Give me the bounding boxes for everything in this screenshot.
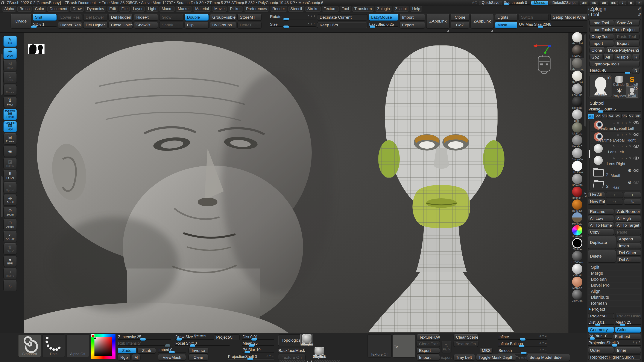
contrast-icon[interactable]: ◑: [625, 156, 627, 160]
smooth-slider[interactable]: Smooth x y z: [498, 348, 548, 355]
axis-gizmo-icon[interactable]: [532, 44, 552, 55]
dock-tool-button[interactable]: ⠿ Pt Sel: [4, 170, 17, 181]
contrast-icon[interactable]: ◑: [625, 121, 627, 125]
slider-handle[interactable]: [504, 3, 509, 5]
dock-tool-button[interactable]: Line Fill ▦ PolyF: [4, 121, 17, 132]
material-swatch[interactable]: NormalR: [570, 225, 584, 238]
material-swatch[interactable]: MatCap: [570, 277, 584, 290]
texture-on-button[interactable]: Texture On: [278, 355, 306, 360]
imbed-slider[interactable]: Imbed 0: [158, 347, 186, 354]
dock-tool-button[interactable]: ✜ Scroll: [4, 195, 17, 206]
visibility-tab[interactable]: V4: [608, 114, 614, 119]
scroll-down-icon[interactable]: ▼: [310, 360, 313, 362]
rgb-button[interactable]: Rgb: [118, 355, 130, 360]
import-button[interactable]: Import: [400, 14, 425, 20]
projectall-shelf-button[interactable]: ProjectAll: [214, 334, 240, 340]
default-zscript-button[interactable]: DefaultZScript: [550, 1, 578, 5]
brush-slot[interactable]: Morph: [300, 334, 313, 345]
current-tool-thumbnail[interactable]: 10 Head: [590, 75, 612, 97]
menu-item[interactable]: Tool: [340, 6, 351, 11]
texture-on-dim-button[interactable]: Texture On: [454, 341, 478, 347]
material-swatch[interactable]: FastSha: [570, 84, 584, 96]
material-swatch[interactable]: Reflecte: [570, 212, 584, 225]
menu-item[interactable]: Alpha: [2, 6, 16, 11]
dock-tool-button[interactable]: ✳ Xpose: [4, 182, 17, 193]
redo-history-icon[interactable]: ▣▶: [610, 1, 618, 5]
all-low-button[interactable]: All Low: [588, 216, 614, 221]
polyframe-icon[interactable]: ↴: [612, 132, 615, 136]
pa-blur-shelf-slider[interactable]: PA Blur 10: [242, 347, 274, 354]
delmt-button[interactable]: DelMT: [238, 22, 262, 28]
export-dim-label[interactable]: Export: [440, 355, 452, 360]
groupvisible-button[interactable]: GroupVisible: [210, 14, 236, 20]
export-texture-button[interactable]: Export: [417, 348, 440, 354]
material-swatch[interactable]: BasicMa: [570, 174, 584, 187]
scroll-up-icon[interactable]: ▲: [306, 360, 309, 362]
visible-count-slider[interactable]: Visible Count 6: [588, 107, 641, 113]
brush-slot[interactable]: Inflat: [313, 346, 326, 358]
reproject-higher-subdiv-button[interactable]: Reproject Higher Subdiv: [588, 354, 641, 360]
subtool-row[interactable]: ↴ ∞ ◖ ◑ ✎ ⚙ Realtime Eyeball Left: [591, 120, 641, 132]
size-slider[interactable]: Sizex y z: [270, 22, 316, 28]
hidept-button[interactable]: HidePt: [134, 14, 158, 20]
tool-palette-header[interactable]: ‹ Tool ↺: [588, 12, 641, 17]
scroll-track[interactable]: [279, 360, 305, 362]
material-swatch[interactable]: Reflecte: [570, 96, 584, 109]
color-toggle-button[interactable]: Color: [615, 327, 641, 333]
higher-res-button[interactable]: Higher Res: [58, 22, 82, 28]
gizmo-head-icon[interactable]: [537, 55, 551, 74]
mean-shelf-slider[interactable]: Mean 25: [242, 341, 274, 347]
dock-tool-button[interactable]: ◪ Transp: [4, 158, 17, 169]
menu-item[interactable]: Light: [146, 6, 158, 11]
goz-visible-button[interactable]: Visible: [615, 54, 631, 60]
material-swatch[interactable]: BumpVie: [570, 148, 584, 161]
collapsed-section-header[interactable]: Distribute: [588, 294, 641, 300]
close-holes-button[interactable]: Close Holes: [108, 22, 133, 28]
divide-button[interactable]: Divide: [11, 14, 31, 28]
dock-tool-button[interactable]: M Move: [4, 60, 17, 71]
menu-item[interactable]: Render: [270, 6, 287, 11]
menu-item[interactable]: Macro: [160, 6, 174, 11]
minimize-button[interactable]: ↧: [620, 1, 626, 5]
material-swatch[interactable]: MetalicC: [570, 135, 584, 148]
reference-image-thumbnail[interactable]: [28, 44, 45, 54]
zadd-button[interactable]: Zadd: [118, 348, 136, 354]
tool-slot-cylinder[interactable]: Cylinder: [613, 75, 626, 86]
switch-button[interactable]: Switch: [519, 14, 549, 20]
zplugin-palette-header[interactable]: ‹ Zplugin ↺: [588, 6, 641, 12]
project-history-button[interactable]: Project History: [615, 313, 641, 319]
dock-tool-button[interactable]: ◑ Invers: [4, 268, 17, 279]
del-all-button[interactable]: Del All: [617, 257, 641, 263]
texture-off-thumbnail[interactable]: Texture Off: [368, 334, 392, 358]
material-scrollbar[interactable]: [584, 34, 586, 126]
polypaint-brush-icon[interactable]: ✎: [629, 132, 632, 136]
clear-button[interactable]: Clear: [188, 355, 208, 360]
collapse-chevron-icon[interactable]: ‹: [588, 7, 589, 11]
visibility-tab[interactable]: V8: [635, 114, 641, 119]
move-into-button[interactable]: ↳: [624, 199, 641, 205]
delete-button[interactable]: Delete: [588, 250, 616, 263]
inflate-balloon-slider[interactable]: Inflate Balloon x y z: [498, 341, 548, 348]
subtool-row[interactable]: ↴ ∞ ◖ ◑ ✎ ⚙ Lens Left: [591, 143, 641, 155]
pair-icon[interactable]: ∞: [617, 133, 619, 136]
menu-item[interactable]: Transform: [352, 6, 374, 11]
visibility-tab[interactable]: V2: [595, 114, 601, 119]
dock-tool-button[interactable]: ✎ Edit: [4, 35, 17, 47]
scroll-track[interactable]: [314, 360, 340, 362]
visibility-tab[interactable]: V6: [622, 114, 628, 119]
collapsed-section-header[interactable]: Bevel Pro: [588, 282, 641, 288]
textureraw-button[interactable]: TextureRAW: [417, 334, 440, 340]
menu-item[interactable]: Preferences: [244, 6, 269, 11]
setup-model-side-button[interactable]: Setup Model Side: [527, 354, 570, 361]
restore-button[interactable]: ▣: [628, 1, 634, 5]
alpha-thumbnail[interactable]: Alpha Off: [66, 334, 89, 357]
m-button[interactable]: M: [132, 355, 140, 360]
copy-tool-button[interactable]: Copy Tool: [590, 34, 614, 39]
stroke-thumbnail[interactable]: Dots: [42, 334, 65, 357]
menu-item[interactable]: Stroke: [305, 6, 321, 11]
dist-shelf-slider[interactable]: Dist 0.01: [242, 334, 274, 341]
projection-shell-shelf-slider[interactable]: ProjectionShell 0 x y z: [228, 354, 274, 361]
import-tool-button[interactable]: Import: [590, 40, 614, 46]
polypaint-brush-icon[interactable]: ✎: [629, 156, 632, 160]
menu-item[interactable]: Document: [48, 6, 69, 11]
